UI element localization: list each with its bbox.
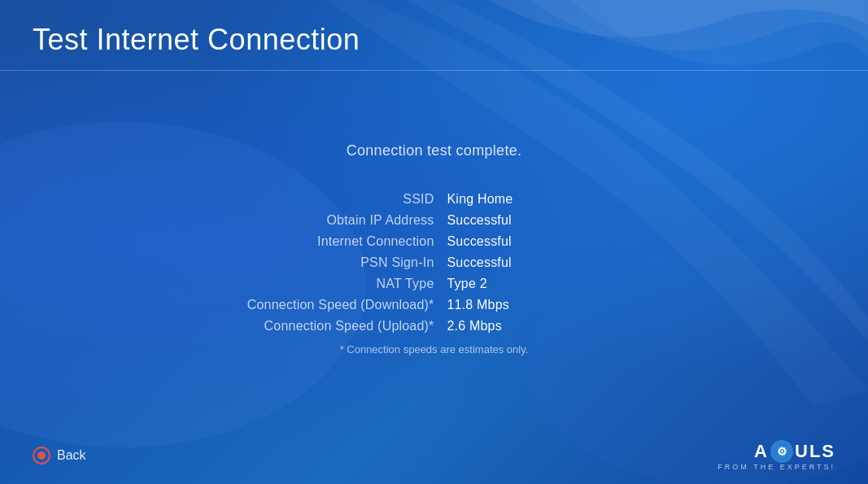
result-value: 2.6 Mbps (447, 319, 662, 334)
table-row: SSIDKing Home (207, 192, 662, 207)
circle-icon-inner (37, 451, 46, 460)
result-label: Internet Connection (207, 234, 434, 249)
table-row: Connection Speed (Download)*11.8 Mbps (207, 298, 662, 312)
result-label: Obtain IP Address (207, 213, 434, 228)
result-value: Successful (447, 213, 662, 228)
table-row: Internet ConnectionSuccessful (207, 234, 662, 249)
result-value: 11.8 Mbps (447, 298, 662, 312)
main-content: Connection test complete. SSIDKing HomeO… (0, 71, 868, 427)
back-button[interactable]: Back (33, 447, 86, 464)
result-label: SSID (207, 192, 434, 207)
table-row: PSN Sign-InSuccessful (207, 255, 662, 270)
logo-area: A ⚙ ULS FROM THE EXPERTS! (718, 440, 835, 471)
result-value: Type 2 (447, 277, 662, 291)
connection-message: Connection test complete. (347, 142, 522, 159)
footnote: * Connection speeds are estimates only. (207, 343, 662, 355)
page-content: Test Internet Connection Connection test… (0, 0, 868, 484)
result-label: NAT Type (207, 277, 434, 291)
result-value: King Home (447, 192, 662, 207)
result-label: Connection Speed (Upload)* (207, 319, 434, 334)
logo-subtext: FROM THE EXPERTS! (718, 463, 835, 471)
result-value: Successful (447, 255, 662, 270)
circle-o-icon (33, 447, 50, 464)
results-table: SSIDKing HomeObtain IP AddressSuccessful… (207, 192, 662, 334)
logo-icon: ⚙ (770, 440, 793, 463)
table-row: Obtain IP AddressSuccessful (207, 213, 662, 228)
result-label: Connection Speed (Download)* (207, 298, 434, 312)
back-label: Back (57, 448, 86, 463)
page-title: Test Internet Connection (33, 23, 835, 57)
table-row: NAT TypeType 2 (207, 277, 662, 291)
table-row: Connection Speed (Upload)*2.6 Mbps (207, 319, 662, 334)
logo-main-text: A ⚙ ULS (754, 440, 835, 463)
title-area: Test Internet Connection (0, 0, 868, 71)
footer: Back A ⚙ ULS FROM THE EXPERTS! (0, 427, 868, 484)
result-value: Successful (447, 234, 662, 249)
result-label: PSN Sign-In (207, 255, 434, 270)
